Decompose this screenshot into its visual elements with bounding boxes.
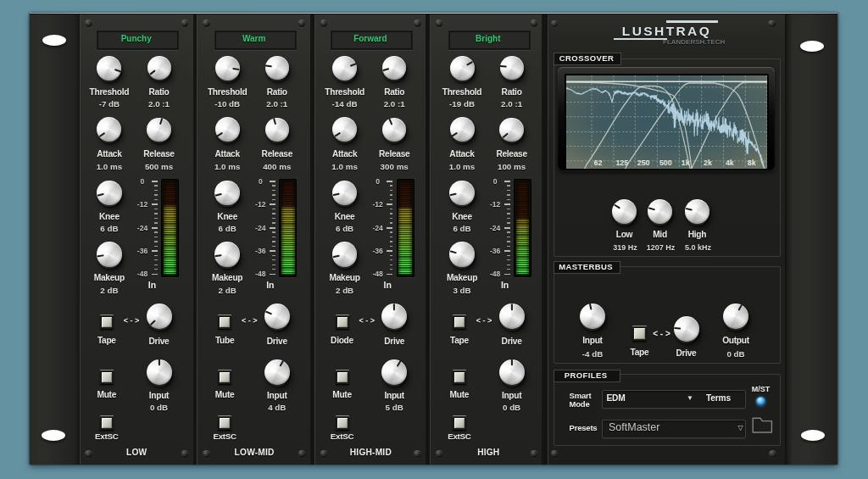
- svg-text:500: 500: [659, 159, 671, 167]
- svg-text:1k: 1k: [681, 159, 689, 167]
- svg-text:250: 250: [637, 159, 649, 167]
- svg-text:62: 62: [593, 159, 602, 167]
- svg-text:125: 125: [615, 159, 628, 167]
- svg-text:4k: 4k: [725, 159, 733, 167]
- svg-text:2k: 2k: [704, 159, 712, 167]
- svg-text:8k: 8k: [747, 159, 755, 167]
